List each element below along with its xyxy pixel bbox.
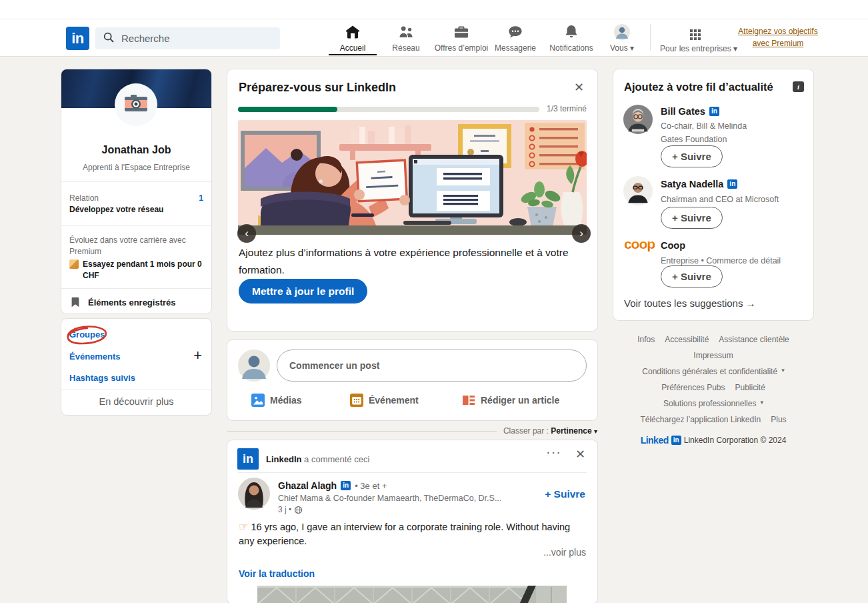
footer-link[interactable]: Accessibilité bbox=[665, 335, 709, 344]
nav-me[interactable]: Vous ▾ bbox=[602, 19, 642, 55]
coop-logo[interactable]: coop bbox=[622, 236, 657, 252]
post-timestamp: 3 j • bbox=[278, 505, 303, 514]
follow-satya-nadella-button[interactable]: + Suivre bbox=[661, 207, 723, 229]
start-post-input[interactable]: Commencer un post bbox=[277, 350, 587, 382]
bookmark-icon bbox=[69, 296, 81, 308]
linkedin-badge-icon: in bbox=[671, 436, 681, 445]
shortcuts-card: Groupes Événements + Hashtags suivis En … bbox=[61, 319, 211, 415]
premium-hint: Évoluez dans votre carrière avec Premium bbox=[69, 235, 199, 257]
footer-link[interactable]: Téléchargez l’application LinkedIn bbox=[640, 415, 761, 424]
add-event-button[interactable]: + bbox=[193, 347, 202, 364]
network-icon bbox=[379, 24, 433, 41]
composer-avatar[interactable] bbox=[238, 350, 270, 384]
media-button[interactable]: Médias bbox=[251, 394, 301, 407]
carousel-prev-button[interactable]: ‹ bbox=[237, 224, 256, 243]
suggestions-card: Ajoutez à votre fil d’actualité i Bill G… bbox=[613, 69, 813, 320]
suggestion-headline: Chairman and CEO at Microsoft bbox=[661, 193, 787, 206]
linkedin-badge-icon: in bbox=[727, 179, 737, 189]
linkedin-page-logo[interactable]: in bbox=[237, 448, 259, 470]
camera-icon bbox=[124, 93, 148, 116]
footer-link[interactable]: Plus bbox=[771, 415, 786, 424]
footer-link[interactable]: Assistance clientèle bbox=[719, 335, 789, 344]
post-menu-icon[interactable]: ··· bbox=[546, 446, 561, 458]
footer-link[interactable]: Conditions générales et confidentialité bbox=[642, 367, 777, 376]
linkedin-badge-icon: in bbox=[341, 481, 351, 490]
write-article-button[interactable]: Rédiger un article bbox=[462, 394, 559, 407]
suggestion-name[interactable]: Satya Nadella in bbox=[661, 179, 737, 189]
suggestions-title: Ajoutez à votre fil d’actualité bbox=[624, 81, 773, 93]
progress-bar bbox=[238, 107, 539, 112]
update-profile-button[interactable]: Mettre à jour le profil bbox=[239, 279, 367, 304]
profile-headline: Apprenti à l'Espace Entreprise bbox=[61, 163, 211, 172]
post-image[interactable] bbox=[257, 586, 567, 603]
profile-photo-placeholder[interactable] bbox=[115, 83, 157, 126]
progress-fill bbox=[238, 107, 337, 112]
close-icon[interactable]: ✕ bbox=[574, 81, 584, 93]
footer-link[interactable]: Publicité bbox=[735, 383, 765, 392]
translate-link[interactable]: Voir la traduction bbox=[239, 568, 315, 579]
post-composer-card: Commencer un post Médias Événement Rédig… bbox=[227, 340, 597, 420]
sidebar-item-groups[interactable]: Groupes bbox=[69, 330, 105, 340]
sort-selector[interactable]: Classer par : Pertinence ▾ bbox=[503, 426, 597, 436]
chevron-down-icon: ▾ bbox=[781, 367, 785, 376]
discover-more-link[interactable]: En découvrir plus bbox=[61, 396, 211, 407]
nav-notifications[interactable]: Notifications bbox=[541, 19, 602, 55]
footer-brand: Linked in LinkedIn Corporation © 2024 bbox=[620, 435, 807, 446]
article-icon bbox=[462, 394, 475, 407]
linkedin-home-page: in Accueil Réseau Offres d’emploi Messag… bbox=[0, 0, 868, 603]
onboarding-card: Préparez-vous sur LinkedIn ✕ 1/3 terminé bbox=[227, 69, 597, 331]
post-text: ☞ 16 yrs ago, I gave an interview for a … bbox=[239, 520, 587, 548]
see-more-link[interactable]: ...voir plus bbox=[543, 547, 586, 558]
footer-link[interactable]: Impressum bbox=[693, 351, 733, 360]
sidebar-item-events[interactable]: Événements bbox=[69, 352, 121, 362]
follow-coop-button[interactable]: + Suivre bbox=[661, 265, 723, 287]
premium-try-link[interactable]: Essayez pendant 1 mois pour 0 CHF bbox=[69, 259, 203, 281]
post-dismiss-icon[interactable]: ✕ bbox=[575, 448, 585, 460]
for-business-menu[interactable]: Pour les entreprises ▾ bbox=[660, 23, 731, 53]
nav-home[interactable]: Accueil bbox=[326, 19, 379, 55]
suggestion-avatar-satya-nadella[interactable] bbox=[623, 176, 653, 208]
saved-items-link[interactable]: Éléments enregistrés bbox=[69, 296, 176, 308]
divider bbox=[61, 225, 211, 226]
divider bbox=[227, 431, 497, 432]
footer-link[interactable]: Infos bbox=[637, 335, 655, 344]
see-all-suggestions-link[interactable]: Voir toutes les suggestions → bbox=[624, 297, 756, 309]
post-author-avatar[interactable] bbox=[238, 478, 270, 512]
event-button[interactable]: Événement bbox=[350, 394, 419, 407]
carousel-next-button[interactable]: › bbox=[572, 224, 591, 243]
nav-messaging[interactable]: Messagerie bbox=[490, 19, 541, 55]
suggestion-avatar-bill-gates[interactable] bbox=[623, 105, 653, 137]
nav-network[interactable]: Réseau bbox=[379, 19, 433, 55]
follow-bill-gates-button[interactable]: + Suivre bbox=[661, 145, 723, 167]
follow-button[interactable]: + Suivre bbox=[545, 488, 585, 500]
pointing-finger-emoji: ☞ bbox=[239, 521, 248, 532]
suggestion-headline: Co-chair, Bill & Melinda Gates Foundatio… bbox=[661, 119, 771, 146]
divider bbox=[238, 472, 587, 473]
search-input[interactable] bbox=[120, 32, 256, 45]
search-box[interactable] bbox=[95, 27, 280, 49]
relation-label[interactable]: Relation bbox=[69, 193, 99, 203]
bell-icon bbox=[541, 24, 602, 41]
linkedin-logo[interactable]: in bbox=[66, 27, 89, 50]
divider bbox=[61, 181, 211, 182]
chevron-down-icon: ▾ bbox=[594, 428, 597, 435]
footer-link[interactable]: Solutions professionnelles bbox=[663, 399, 756, 408]
post-author-name[interactable]: Ghazal Alagh in • 3e et + bbox=[278, 480, 387, 491]
info-icon[interactable]: i bbox=[793, 81, 804, 92]
grow-network-label[interactable]: Développez votre réseau bbox=[69, 205, 163, 214]
divider bbox=[61, 288, 211, 289]
home-icon bbox=[326, 24, 379, 41]
profile-card: Jonathan Job Apprenti à l'Espace Entrepr… bbox=[61, 69, 211, 314]
grid-icon bbox=[690, 29, 701, 41]
media-icon bbox=[251, 394, 265, 407]
suggestion-name[interactable]: Bill Gates in bbox=[661, 106, 719, 117]
top-strip bbox=[0, 0, 868, 19]
profile-name[interactable]: Jonathan Job bbox=[61, 144, 211, 156]
sidebar-item-hashtags[interactable]: Hashtags suivis bbox=[69, 373, 135, 383]
nav-jobs[interactable]: Offres d’emploi bbox=[433, 19, 490, 55]
linkedin-badge-icon: in bbox=[709, 107, 719, 116]
premium-upsell-link[interactable]: Atteignez vos objectifs avec Premium bbox=[736, 25, 820, 49]
suggestion-name[interactable]: Coop bbox=[661, 240, 685, 251]
footer-link[interactable]: Préférences Pubs bbox=[661, 383, 725, 392]
relation-count[interactable]: 1 bbox=[199, 193, 203, 203]
